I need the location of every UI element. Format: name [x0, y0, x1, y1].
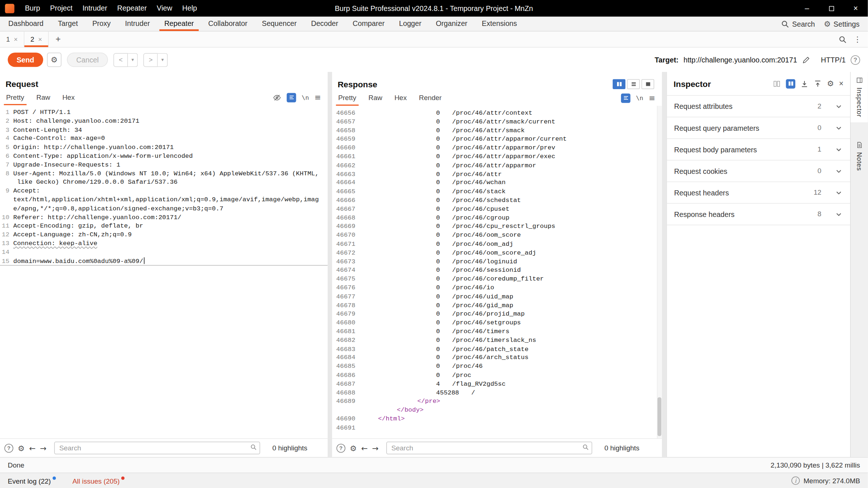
- request-editor[interactable]: 1POST / HTTP/1.12Host: challenge.yuanloo…: [0, 105, 328, 438]
- response-tab-pretty[interactable]: Pretty: [332, 90, 362, 106]
- inspector-section-request-cookies[interactable]: Request cookies0: [667, 160, 850, 182]
- request-tab-pretty[interactable]: Pretty: [0, 89, 30, 105]
- tab-proxy[interactable]: Proxy: [85, 16, 118, 31]
- minimize-button[interactable]: –: [795, 0, 819, 16]
- response-line[interactable]: 466730/proc/46/loginuid: [332, 257, 662, 266]
- editor-menu-icon[interactable]: ≡: [649, 94, 655, 102]
- tab-intruder[interactable]: Intruder: [118, 16, 157, 31]
- response-line[interactable]: 466680/proc/46/cgroup: [332, 213, 662, 222]
- tab-comparer[interactable]: Comparer: [346, 16, 392, 31]
- history-forward-dropdown[interactable]: ▾: [158, 53, 168, 67]
- history-forward-button[interactable]: >: [144, 53, 158, 67]
- request-search-input[interactable]: [54, 442, 260, 454]
- response-line[interactable]: 466740/proc/46/sessionid: [332, 266, 662, 275]
- chevron-down-icon[interactable]: [835, 145, 843, 154]
- menu-intruder[interactable]: Intruder: [77, 0, 112, 16]
- tab-organizer[interactable]: Organizer: [429, 16, 475, 31]
- repeater-tab-2[interactable]: 2×: [24, 31, 49, 47]
- tab-logger[interactable]: Logger: [392, 16, 429, 31]
- response-tab-hex[interactable]: Hex: [388, 90, 413, 106]
- search-prev-icon[interactable]: ←: [29, 443, 36, 452]
- request-line[interactable]: 9Accept:: [0, 187, 328, 195]
- request-line[interactable]: 3Content-Length: 34: [0, 125, 328, 134]
- response-line[interactable]: 466580/proc/46/attr/smack: [332, 126, 662, 135]
- layout-columns-button[interactable]: [613, 79, 625, 89]
- request-line[interactable]: 8User-Agent: Mozilla/5.0 (Windows NT 10.…: [0, 169, 328, 178]
- response-line[interactable]: 466570/proc/46/attr/smack/current: [332, 117, 662, 126]
- response-line[interactable]: 46688455288/: [332, 388, 662, 397]
- editor-menu-icon[interactable]: ≡: [315, 93, 321, 102]
- request-settings-button[interactable]: ⚙: [47, 53, 61, 67]
- request-tab-raw[interactable]: Raw: [30, 89, 56, 105]
- send-button[interactable]: Send: [8, 53, 43, 67]
- kebab-menu-icon[interactable]: ⋮: [853, 35, 861, 43]
- maximize-button[interactable]: [819, 0, 844, 16]
- layout-single-button[interactable]: [642, 79, 654, 89]
- collapse-all-icon[interactable]: [800, 79, 809, 88]
- http-version-select[interactable]: HTTP/1: [821, 56, 846, 64]
- response-scrollbar[interactable]: [657, 106, 662, 438]
- response-line[interactable]: 466660/proc/46/schedstat: [332, 196, 662, 205]
- search-next-icon[interactable]: →: [372, 443, 379, 452]
- repeater-tab-1[interactable]: 1×: [0, 31, 24, 47]
- inspector-section-response-headers[interactable]: Response headers8: [667, 204, 850, 225]
- response-tab-raw[interactable]: Raw: [362, 90, 388, 106]
- request-line[interactable]: 4Cache-Control: max-age=0: [0, 134, 328, 143]
- request-line[interactable]: 5Origin: http://challenge.yuanloo.com:20…: [0, 143, 328, 152]
- global-search-button[interactable]: Search: [777, 20, 819, 28]
- request-line[interactable]: 1POST / HTTP/1.1: [0, 108, 328, 117]
- response-line[interactable]: 466750/proc/46/coredump_filter: [332, 275, 662, 283]
- inspector-section-request-body-parameters[interactable]: Request body parameters1: [667, 139, 850, 160]
- response-line[interactable]: 466620/proc/46/attr/apparmor: [332, 161, 662, 170]
- response-line[interactable]: 46689</pre>: [332, 397, 662, 406]
- response-line[interactable]: 46691: [332, 423, 662, 432]
- side-tab-notes[interactable]: Notes: [851, 137, 868, 176]
- response-line[interactable]: 466800/proc/46/setgroups: [332, 318, 662, 327]
- response-line[interactable]: 466820/proc/46/timerslack_ns: [332, 336, 662, 344]
- newline-toggle-icon[interactable]: \n: [302, 94, 309, 101]
- response-line[interactable]: 466690/proc/46/cpu_resctrl_groups: [332, 222, 662, 231]
- inspector-layout-icon[interactable]: [786, 79, 796, 88]
- response-line[interactable]: 466630/proc/46/attr: [332, 169, 662, 178]
- request-line[interactable]: 13Connection: keep-alive: [0, 239, 328, 248]
- side-tab-inspector[interactable]: Inspector: [851, 72, 868, 122]
- request-line[interactable]: 15domain=www.baidu.com%0adu%09-a%09/: [0, 256, 328, 266]
- search-help-icon[interactable]: ?: [4, 443, 13, 452]
- settings-button[interactable]: ⚙ Settings: [820, 20, 863, 28]
- edit-target-icon[interactable]: [802, 56, 811, 64]
- close-tab-icon[interactable]: ×: [14, 35, 18, 43]
- tab-sequencer[interactable]: Sequencer: [255, 16, 304, 31]
- request-line[interactable]: 11Accept-Encoding: gzip, deflate, br: [0, 222, 328, 230]
- event-log-button[interactable]: Event log (22): [8, 476, 56, 485]
- add-tab-button[interactable]: +: [49, 31, 68, 47]
- response-tab-render[interactable]: Render: [413, 90, 448, 106]
- all-issues-button[interactable]: All issues (205): [72, 476, 125, 485]
- response-line[interactable]: 466850/proc/46: [332, 362, 662, 371]
- request-line[interactable]: 6Content-Type: application/x-www-form-ur…: [0, 152, 328, 160]
- response-editor[interactable]: 466560/proc/46/attr/context466570/proc/4…: [332, 106, 662, 438]
- request-tab-hex[interactable]: Hex: [56, 89, 81, 105]
- close-button[interactable]: ×: [844, 0, 868, 16]
- response-line[interactable]: 466610/proc/46/attr/apparmor/exec: [332, 152, 662, 161]
- menu-repeater[interactable]: Repeater: [112, 0, 152, 16]
- close-tab-icon[interactable]: ×: [38, 35, 42, 43]
- response-line[interactable]: 466860/proc: [332, 371, 662, 380]
- response-line[interactable]: 466810/proc/46/timers: [332, 327, 662, 336]
- response-line[interactable]: 466790/proc/46/projid_map: [332, 309, 662, 318]
- tab-search-icon[interactable]: [838, 35, 847, 43]
- search-help-icon[interactable]: ?: [336, 443, 345, 452]
- tab-repeater[interactable]: Repeater: [157, 16, 201, 31]
- chevron-down-icon[interactable]: [835, 102, 843, 111]
- response-line[interactable]: 466590/proc/46/attr/apparmor/current: [332, 135, 662, 144]
- chevron-down-icon[interactable]: [835, 167, 843, 175]
- response-line[interactable]: 466840/proc/46/arch_status: [332, 353, 662, 362]
- layout-rows-button[interactable]: [627, 79, 640, 89]
- inspector-settings-icon[interactable]: ⚙: [827, 80, 834, 87]
- request-line[interactable]: e/apng,*/*;q=0.8,application/signed-exch…: [0, 204, 328, 213]
- newline-toggle-icon[interactable]: \n: [636, 94, 643, 102]
- request-line[interactable]: text/html,application/xhtml+xml,applicat…: [0, 195, 328, 204]
- response-line[interactable]: 466560/proc/46/attr/context: [332, 108, 662, 117]
- tab-collaborator[interactable]: Collaborator: [201, 16, 255, 31]
- menu-help[interactable]: Help: [177, 0, 202, 16]
- scrollbar-thumb[interactable]: [658, 397, 662, 436]
